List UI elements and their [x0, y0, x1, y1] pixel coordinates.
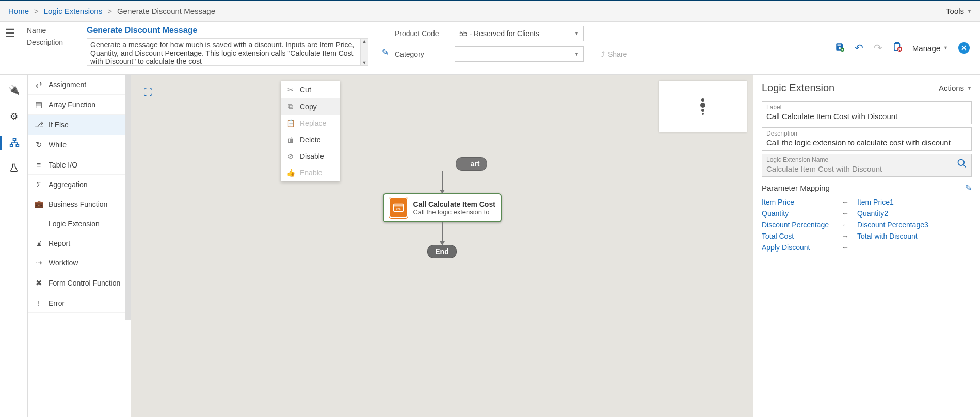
redo-icon: ↷ [874, 42, 882, 54]
palette-item-array-function[interactable]: ▤Array Function [28, 95, 131, 115]
edit-icon[interactable]: ✎ [965, 183, 972, 193]
palette-icon: ✖ [34, 278, 43, 288]
context-menu-delete[interactable]: 🗑Delete [281, 131, 340, 148]
flow-end-node[interactable]: End [427, 245, 456, 258]
palette-item-table-i/o[interactable]: ≡Table I/O [28, 155, 131, 175]
name-value[interactable]: Generate Discount Message [87, 26, 197, 35]
search-icon[interactable] [957, 158, 967, 171]
param-left[interactable]: Apply Discount [762, 243, 842, 252]
chevron-down-icon: ▼ [574, 52, 579, 57]
left-rail: 🔌 ⚙ [0, 75, 28, 417]
product-code-label: Product Code [395, 29, 446, 38]
arrow-icon: ← [842, 221, 857, 229]
undo-icon[interactable]: ↶ [855, 42, 863, 54]
palette-item-report[interactable]: 🗎Report [28, 233, 131, 253]
svg-text:</>: </> [396, 207, 401, 211]
prop-description-field[interactable]: Description Call the logic extension to … [762, 127, 972, 151]
context-menu-cut[interactable]: ✂Cut [281, 81, 340, 98]
param-right[interactable]: Quantity2 [857, 209, 888, 218]
field-label: Label [766, 104, 967, 111]
context-menu-enable: 👍Enable [281, 164, 340, 181]
field-value: Calculate Item Cost with Discount [766, 163, 882, 173]
context-menu-disable[interactable]: ⊘Disable [281, 148, 340, 164]
description-label: Description [27, 38, 78, 46]
arrow-icon: ← [842, 198, 857, 206]
save-icon[interactable] [835, 42, 844, 54]
breadcrumb-home[interactable]: Home [8, 7, 29, 15]
context-menu-replace: 📋Replace [281, 115, 340, 131]
flow-start-node[interactable]: Start [456, 157, 488, 171]
expand-icon[interactable]: ⛶ [143, 87, 153, 98]
edit-icon[interactable]: ✎ [382, 47, 389, 57]
breadcrumb-logic-extensions[interactable]: Logic Extensions [44, 7, 102, 15]
palette-label: Assignment [49, 80, 86, 89]
product-code-select[interactable]: 55 - Reserved for Clients ▼ [455, 26, 584, 41]
palette-item-assignment[interactable]: ⇄Assignment [28, 75, 131, 95]
svg-point-8 [958, 160, 965, 166]
palette-label: Form Control Function [49, 279, 120, 287]
rail-item-plug[interactable]: 🔌 [0, 82, 27, 97]
param-right[interactable]: Discount Percentage3 [857, 221, 928, 229]
tools-menu[interactable]: Tools ▼ [946, 7, 972, 15]
actions-label: Actions [939, 84, 964, 92]
help-icon[interactable]: ✕ [958, 42, 970, 54]
scrollbar[interactable]: ▲▼ [360, 38, 368, 66]
palette-item-workflow[interactable]: ⇢Workflow [28, 253, 131, 273]
param-row: Apply Discount← [762, 243, 972, 252]
minimap[interactable] [659, 81, 747, 132]
palette-item-error[interactable]: !Error [28, 293, 131, 313]
breadcrumb-sep: > [34, 7, 39, 15]
palette-icon: 🗎 [34, 239, 43, 247]
palette-item-business-function[interactable]: 💼Business Function [28, 194, 131, 214]
category-label: Category [395, 50, 446, 58]
palette-icon: ⎇ [34, 120, 43, 129]
param-right[interactable]: Item Price1 [857, 198, 894, 206]
delete-icon[interactable] [893, 42, 902, 54]
manage-menu[interactable]: Manage ▼ [912, 44, 948, 53]
palette-icon: ⇢ [34, 258, 43, 268]
hamburger-icon[interactable]: ☰ [5, 26, 21, 40]
palette-label: If Else [49, 121, 69, 129]
delete-icon: 🗑 [286, 136, 295, 144]
palette-label: Array Function [49, 101, 95, 109]
param-left[interactable]: Discount Percentage [762, 221, 842, 229]
manage-label: Manage [912, 44, 940, 53]
rail-item-flow[interactable] [0, 136, 27, 150]
param-left[interactable]: Total Cost [762, 232, 842, 240]
node-subtitle: Call the logic extension to [413, 208, 495, 216]
context-menu-label: Copy [300, 103, 317, 111]
rail-item-flask[interactable] [0, 161, 27, 175]
param-right[interactable]: Total with Discount [857, 232, 918, 240]
palette-label: Report [49, 239, 70, 247]
breadcrumb: Home > Logic Extensions > Generate Disco… [8, 7, 215, 15]
scrollbar[interactable] [125, 75, 131, 320]
properties-panel: Logic Extension Actions ▼ Label Call Cal… [753, 75, 980, 417]
description-textarea[interactable]: Generate a message for how much is saved… [87, 38, 360, 66]
prop-label-field[interactable]: Label Call Calculate Item Cost with Disc… [762, 101, 972, 124]
param-row: Quantity←Quantity2 [762, 209, 972, 218]
actions-menu[interactable]: Actions ▼ [939, 84, 972, 92]
palette-item-if-else[interactable]: ⎇If Else [28, 115, 131, 135]
param-left[interactable]: Item Price [762, 198, 842, 206]
category-select[interactable]: ▼ [455, 46, 584, 62]
chevron-down-icon: ▼ [967, 86, 972, 91]
breadcrumb-current: Generate Discount Message [117, 7, 215, 15]
palette-item-aggregation[interactable]: ΣAggregation [28, 175, 131, 194]
context-menu-label: Enable [300, 169, 323, 177]
palette-item-while[interactable]: ↻While [28, 135, 131, 155]
chevron-down-icon: ▼ [943, 45, 948, 51]
prop-lex-name-field[interactable]: Logic Extension Name Calculate Item Cost… [762, 154, 972, 177]
palette-item-logic-extension[interactable]: Logic Extension [28, 214, 131, 233]
palette-icon: ▤ [34, 100, 43, 109]
arrow-icon: ← [842, 243, 857, 252]
flow-connector [442, 222, 443, 245]
param-left[interactable]: Quantity [762, 209, 842, 218]
flow-node-call-lex[interactable]: </> Call Calculate Item Cost w Call the … [383, 193, 502, 222]
canvas[interactable]: ⛶ ✂Cut⧉Copy📋Replace🗑Delete⊘Disable👍Enabl… [131, 75, 753, 417]
palette-label: Business Function [49, 200, 107, 208]
palette-item-form-control-function[interactable]: ✖Form Control Function [28, 273, 131, 293]
param-row: Total Cost→Total with Discount [762, 232, 972, 240]
context-menu-copy[interactable]: ⧉Copy [281, 98, 340, 115]
rail-item-hierarchy[interactable]: ⚙ [0, 109, 27, 124]
flow-connector [442, 171, 443, 193]
